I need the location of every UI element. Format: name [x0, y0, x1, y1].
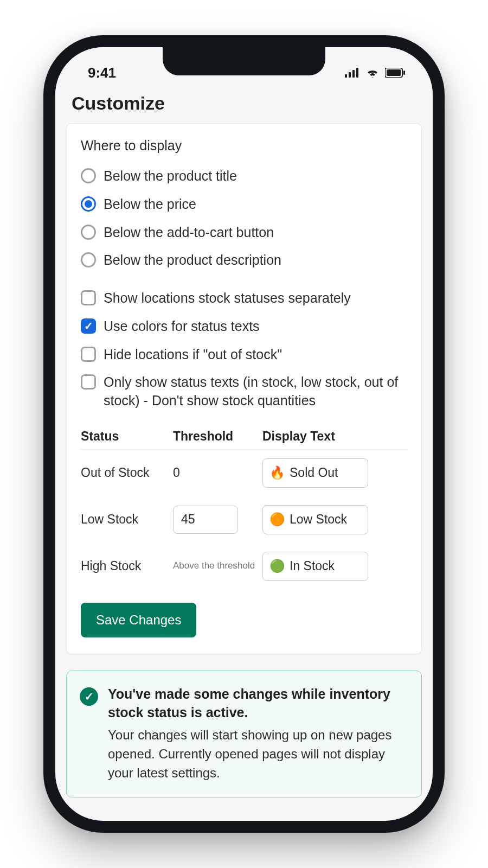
checkbox-show-locations-separately[interactable]: Show locations stock statuses separately [81, 284, 407, 312]
display-text-input[interactable]: 🟢 In Stock [262, 552, 368, 581]
table-header-row: Status Threshold Display Text [81, 429, 407, 450]
svg-rect-0 [345, 74, 347, 78]
phone-screen: 9:41 Customize Where to display Below [55, 47, 433, 821]
display-text-input[interactable]: 🟠 Low Stock [262, 505, 368, 534]
checkbox-use-colors[interactable]: Use colors for status texts [81, 312, 407, 341]
display-text-value: Sold Out [290, 465, 338, 480]
where-to-display-label: Where to display [81, 138, 407, 154]
cellular-signal-icon [345, 68, 360, 78]
svg-rect-3 [356, 68, 358, 78]
checkbox-icon[interactable] [81, 290, 96, 305]
save-changes-button[interactable]: Save Changes [81, 603, 196, 637]
banner-title: You've made some changes while inventory… [108, 685, 408, 722]
customize-card: Where to display Below the product title… [66, 123, 422, 654]
radio-icon[interactable] [81, 196, 96, 212]
svg-rect-5 [387, 69, 401, 76]
checkbox-label: Only show status texts (in stock, low st… [104, 373, 407, 410]
radio-label: Below the product description [104, 251, 281, 270]
checkbox-icon[interactable] [81, 318, 96, 334]
cell-status: Low Stock [81, 496, 173, 543]
radio-below-price[interactable]: Below the price [81, 190, 407, 219]
cell-status: High Stock [81, 543, 173, 590]
table-row-low-stock: Low Stock 🟠 Low Stock [81, 496, 407, 543]
th-threshold: Threshold [173, 429, 262, 450]
checkbox-label: Hide locations if "out of stock" [104, 346, 282, 364]
success-banner: ✓ You've made some changes while invento… [66, 671, 422, 797]
radio-label: Below the add-to-cart button [104, 224, 274, 242]
cell-threshold: 0 [173, 449, 262, 496]
table-row-high-stock: High Stock Above the threshold 🟢 In Stoc… [81, 543, 407, 590]
radio-icon[interactable] [81, 252, 96, 267]
checkbox-icon[interactable] [81, 374, 96, 390]
checkbox-only-show-status-texts[interactable]: Only show status texts (in stock, low st… [81, 368, 407, 415]
threshold-note: Above the threshold [173, 561, 258, 571]
fire-icon: 🔥 [269, 465, 285, 480]
th-display-text: Display Text [262, 429, 407, 450]
orange-circle-icon: 🟠 [269, 512, 285, 527]
th-status: Status [81, 429, 173, 450]
table-row-out-of-stock: Out of Stock 0 🔥 Sold Out [81, 449, 407, 496]
phone-frame: 9:41 Customize Where to display Below [43, 35, 445, 833]
svg-rect-2 [352, 70, 355, 78]
status-table: Status Threshold Display Text Out of Sto… [81, 429, 407, 590]
radio-below-title[interactable]: Below the product title [81, 162, 407, 190]
checkbox-hide-if-out-of-stock[interactable]: Hide locations if "out of stock" [81, 341, 407, 369]
svg-rect-6 [403, 71, 405, 75]
green-circle-icon: 🟢 [269, 559, 285, 573]
display-text-value: In Stock [290, 559, 335, 573]
radio-icon[interactable] [81, 168, 96, 183]
radio-below-description[interactable]: Below the product description [81, 246, 407, 275]
radio-below-add-to-cart[interactable]: Below the add-to-cart button [81, 219, 407, 247]
checkbox-icon[interactable] [81, 347, 96, 362]
wifi-icon [365, 67, 380, 78]
display-text-value: Low Stock [290, 512, 347, 527]
threshold-input[interactable] [173, 506, 238, 534]
checkbox-label: Use colors for status texts [104, 317, 260, 336]
svg-rect-1 [349, 72, 351, 78]
radio-icon[interactable] [81, 225, 96, 240]
status-icons [345, 67, 406, 78]
banner-text: You've made some changes while inventory… [108, 685, 408, 783]
check-circle-icon: ✓ [80, 687, 98, 706]
radio-label: Below the price [104, 195, 196, 214]
cell-status: Out of Stock [81, 449, 173, 496]
status-time: 9:41 [88, 65, 116, 81]
checkbox-label: Show locations stock statuses separately [104, 289, 351, 308]
battery-icon [385, 68, 406, 78]
radio-label: Below the product title [104, 167, 237, 186]
page-title: Customize [55, 85, 433, 127]
display-text-input[interactable]: 🔥 Sold Out [262, 458, 368, 488]
phone-notch [163, 47, 325, 75]
banner-body: Your changes will start showing up on ne… [108, 726, 408, 782]
content-scroll[interactable]: Where to display Below the product title… [55, 123, 433, 821]
